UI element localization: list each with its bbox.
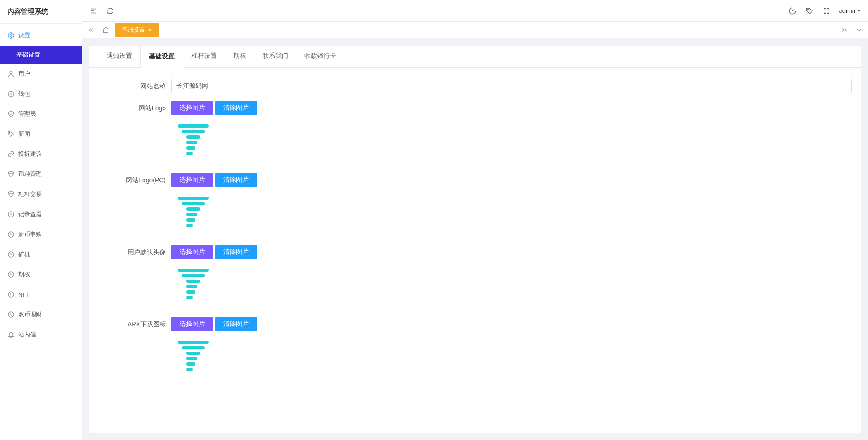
form-tab[interactable]: 期权	[225, 46, 254, 67]
sidebar-item-label: 杠杆交易	[18, 190, 42, 198]
form-tab[interactable]: 联系我们	[254, 46, 296, 67]
content-scroll: 通知设置基础设置杠杆设置期权联系我们收款银行卡 网站名称 网站Logo选择图片清…	[82, 38, 868, 440]
tabs-next-icon[interactable]	[839, 25, 850, 36]
clear-image-button[interactable]: 清除图片	[215, 101, 257, 115]
image-preview	[171, 194, 215, 238]
tag-icon[interactable]	[806, 7, 814, 15]
page-tab-label: 基础设置	[121, 26, 145, 34]
select-image-button[interactable]: 选择图片	[171, 101, 213, 115]
main-area: admin 基础设置 ✕	[82, 0, 868, 440]
sidebar-item-label: 双币理财	[18, 311, 42, 319]
sidebar-item-label: 币种管理	[18, 170, 42, 178]
sidebar-item-label: 站内信	[18, 331, 36, 339]
refresh-icon[interactable]	[107, 7, 114, 15]
sidebar-menu: 设置基础设置用户钱包管理员新闻投拆建议币种管理杠杆交易记录查看新币申购矿机期权N…	[0, 24, 82, 440]
sidebar-item-label: 记录查看	[18, 210, 42, 218]
form-label: 网站Logo(PC)	[98, 173, 171, 185]
clear-image-button[interactable]: 清除图片	[215, 173, 257, 187]
user-menu[interactable]: admin	[839, 7, 861, 14]
page-tab-active[interactable]: 基础设置 ✕	[115, 23, 159, 37]
image-preview	[171, 266, 215, 310]
collapse-menu-icon[interactable]	[89, 7, 98, 15]
row-image-field: 网站Logo(PC)选择图片清除图片	[98, 169, 852, 241]
sidebar-item[interactable]: 矿机	[0, 244, 82, 264]
sidebar-item[interactable]: 新闻	[0, 124, 82, 144]
sidebar-item[interactable]: 用户	[0, 64, 82, 84]
user-icon	[7, 70, 15, 78]
sidebar-item[interactable]: 站内信	[0, 325, 82, 345]
sidebar-item-label: 新币申购	[18, 230, 42, 238]
image-preview	[171, 338, 215, 382]
clock-icon	[7, 291, 15, 298]
form-label: 网站Logo	[98, 101, 171, 113]
tabs-prev-icon[interactable]	[86, 25, 97, 36]
form-tab[interactable]: 通知设置	[98, 46, 140, 67]
select-image-button[interactable]: 选择图片	[171, 245, 213, 259]
select-image-button[interactable]: 选择图片	[171, 317, 213, 331]
close-icon[interactable]: ✕	[148, 27, 152, 33]
fullscreen-icon[interactable]	[823, 7, 830, 15]
sidebar-item[interactable]: 币种管理	[0, 164, 82, 184]
clear-image-button[interactable]: 清除图片	[215, 245, 257, 259]
app-root: 内容管理系统 设置基础设置用户钱包管理员新闻投拆建议币种管理杠杆交易记录查看新币…	[0, 0, 868, 440]
form-tab[interactable]: 收款银行卡	[296, 46, 344, 67]
image-preview	[171, 122, 215, 166]
tabs-dropdown-icon[interactable]	[853, 25, 864, 36]
settings-form: 网站名称 网站Logo选择图片清除图片网站Logo(PC)选择图片清除图片用户默…	[89, 68, 861, 404]
form-tab[interactable]: 杠杆设置	[183, 46, 225, 67]
form-tab[interactable]: 基础设置	[140, 46, 183, 68]
logo-icon	[178, 338, 209, 371]
page-tabs-bar: 基础设置 ✕	[82, 22, 868, 38]
sidebar-item[interactable]: 设置	[0, 26, 82, 46]
sidebar-item[interactable]: 管理员	[0, 104, 82, 124]
form-label: 用户默认头像	[98, 245, 171, 257]
sidebar-item[interactable]: 投拆建议	[0, 144, 82, 164]
tag-icon	[7, 130, 15, 138]
diamond-icon	[7, 191, 15, 198]
select-image-button[interactable]: 选择图片	[171, 173, 213, 187]
clock-icon	[7, 271, 15, 278]
svg-point-3	[9, 132, 10, 133]
input-site-name[interactable]	[171, 79, 852, 93]
sidebar-item-label: 钱包	[18, 90, 30, 98]
clock-icon	[7, 211, 15, 218]
row-image-field: APK下载图标选择图片清除图片	[98, 313, 852, 385]
user-label: admin	[839, 7, 855, 14]
sidebar-item-label: 设置	[18, 31, 30, 40]
form-panel: 通知设置基础设置杠杆设置期权联系我们收款银行卡 网站名称 网站Logo选择图片清…	[89, 46, 861, 433]
chevron-down-icon	[857, 10, 861, 12]
brand-title: 内容管理系统	[0, 0, 82, 24]
shield-icon	[7, 110, 15, 118]
logo-icon	[178, 194, 209, 227]
header-right: admin	[788, 7, 861, 15]
sidebar-item[interactable]: NFT	[0, 285, 82, 305]
row-image-field: 用户默认头像选择图片清除图片	[98, 241, 852, 313]
form-label: APK下载图标	[98, 317, 171, 329]
svg-point-0	[10, 35, 12, 36]
header-left	[89, 7, 114, 15]
label-site-name: 网站名称	[98, 79, 171, 91]
logo-icon	[178, 122, 209, 155]
sidebar-item[interactable]: 新币申购	[0, 224, 82, 244]
sidebar-item-label: 投拆建议	[18, 150, 42, 158]
sidebar-item[interactable]: 杠杆交易	[0, 184, 82, 204]
sidebar-item[interactable]: 记录查看	[0, 204, 82, 224]
sidebar-item-label: 管理员	[18, 110, 36, 118]
row-site-name: 网站名称	[98, 75, 852, 97]
home-icon[interactable]	[100, 25, 111, 36]
svg-point-1	[10, 72, 12, 74]
sidebar-subitem[interactable]: 基础设置	[0, 46, 82, 64]
sidebar-item[interactable]: 钱包	[0, 84, 82, 104]
link-icon	[7, 150, 15, 158]
sidebar-item-label: 用户	[18, 70, 30, 78]
sidebar-item[interactable]: 期权	[0, 264, 82, 285]
clock-icon	[7, 311, 15, 318]
sidebar-item[interactable]: 双币理财	[0, 305, 82, 325]
bell-icon	[7, 331, 15, 338]
sidebar-item-label: 新闻	[18, 130, 30, 138]
sidebar-item-label: NFT	[18, 291, 30, 298]
clear-image-button[interactable]: 清除图片	[215, 317, 257, 331]
sidebar-item-label: 矿机	[18, 250, 30, 259]
dashboard-icon[interactable]	[788, 7, 796, 15]
top-header: admin	[82, 0, 868, 22]
